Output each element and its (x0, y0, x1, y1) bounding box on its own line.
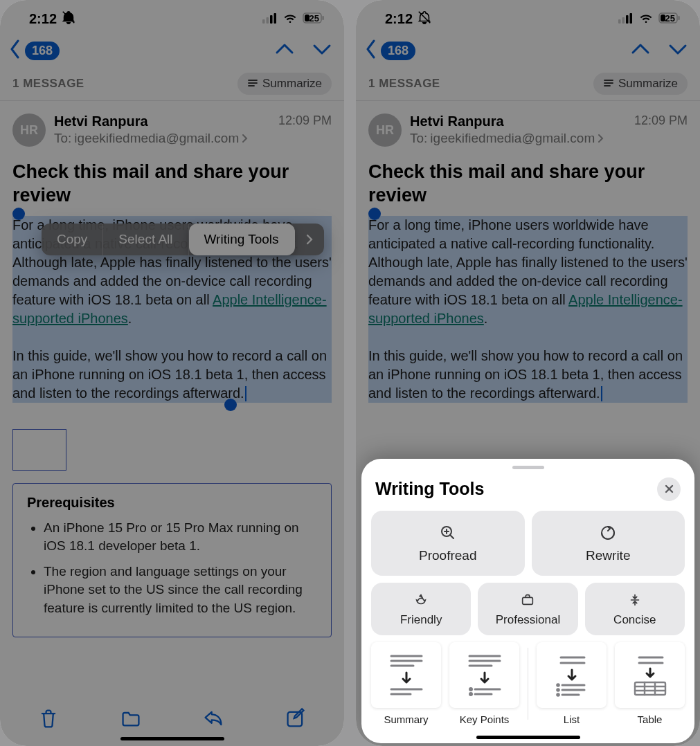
svg-rect-9 (622, 17, 625, 24)
cellular-icon (618, 11, 634, 27)
inbox-count-badge[interactable]: 168 (25, 42, 60, 60)
svg-rect-8 (618, 19, 621, 24)
trash-icon[interactable] (37, 707, 60, 728)
svg-rect-0 (262, 19, 265, 24)
recipient-email: igeekifiedmedia@gmail.com (74, 131, 239, 146)
back-chevron-icon[interactable] (10, 39, 21, 62)
concise-label: Concise (613, 613, 656, 627)
status-bar: 2:12 25 (0, 0, 344, 33)
inbox-count-badge[interactable]: 168 (381, 42, 415, 60)
reply-icon[interactable] (202, 707, 224, 728)
phone-screenshot-left: 2:12 25 168 (0, 0, 344, 746)
summary-label: Summary (384, 713, 428, 725)
back-chevron-icon[interactable] (366, 39, 377, 62)
selection-handle-start[interactable] (368, 208, 381, 220)
recipient-line[interactable]: To: igeekifiedmedia@gmail.com (54, 131, 270, 146)
close-icon (664, 484, 674, 494)
proofread-button[interactable]: Proofread (371, 511, 525, 576)
battery-percent-text: 25 (309, 13, 319, 24)
folder-icon[interactable] (120, 707, 142, 728)
cellular-icon (262, 11, 278, 27)
divider (528, 648, 528, 720)
proofread-label: Proofread (419, 548, 476, 563)
svg-point-28 (469, 693, 472, 695)
phone-screenshot-right: 2:12 25 168 1 MESSAGE Summarize HR (356, 0, 700, 746)
nav-bar: 168 (356, 33, 700, 67)
subject: Check this mail and share your review (356, 155, 700, 212)
ctx-select-all[interactable]: Select All (103, 224, 188, 255)
keypoints-icon (464, 652, 505, 698)
summarize-label: Summarize (262, 77, 322, 91)
table-icon (629, 652, 671, 698)
svg-point-36 (557, 694, 559, 696)
table-button[interactable]: Table (615, 642, 685, 725)
svg-point-34 (557, 689, 559, 691)
text-cursor (601, 386, 602, 401)
nav-bar: 168 (0, 33, 344, 67)
text-cursor (245, 386, 246, 401)
ctx-more-icon[interactable] (295, 224, 324, 255)
summary-icon (386, 652, 427, 698)
context-menu: Copy Select All Writing Tools (42, 224, 324, 255)
avatar[interactable]: HR (368, 113, 402, 147)
to-label: To: (410, 131, 427, 146)
selected-text[interactable]: For a long time, iPhone users worldwide … (368, 216, 688, 403)
email-body[interactable]: For a long time, iPhone users worldwide … (356, 212, 700, 410)
compose-icon[interactable] (285, 707, 307, 728)
recipient-line[interactable]: To: igeekifiedmedia@gmail.com (410, 131, 626, 146)
rewrite-icon (598, 523, 618, 543)
summary-button[interactable]: Summary (371, 642, 441, 725)
sender-name[interactable]: Hetvi Ranpura (410, 113, 626, 129)
list-button[interactable]: List (537, 642, 607, 725)
svg-rect-14 (679, 16, 680, 20)
writing-tools-sheet: Writing Tools Proofread Rewrite Friendly (361, 459, 694, 743)
message-count-label: 1 MESSAGE (12, 77, 84, 91)
professional-icon (520, 592, 535, 608)
summarize-button[interactable]: Summarize (593, 73, 688, 95)
sheet-title: Writing Tools (375, 479, 484, 499)
key-points-button[interactable]: Key Points (449, 642, 519, 725)
summarize-button[interactable]: Summarize (237, 73, 332, 95)
svg-point-26 (469, 689, 472, 691)
svg-point-32 (557, 684, 559, 686)
concise-button[interactable]: Concise (585, 583, 685, 635)
selection-handle-start[interactable] (12, 208, 25, 220)
professional-label: Professional (496, 613, 561, 627)
sheet-grabber[interactable] (512, 466, 544, 469)
proofread-icon (438, 523, 458, 543)
rewrite-button[interactable]: Rewrite (532, 511, 685, 576)
home-indicator[interactable] (476, 736, 580, 739)
to-label: To: (54, 131, 71, 146)
next-message-icon[interactable] (312, 41, 332, 60)
concise-icon (627, 592, 643, 608)
sender-name[interactable]: Hetvi Ranpura (54, 113, 270, 129)
ctx-copy[interactable]: Copy (42, 224, 103, 255)
status-time: 2:12 (29, 11, 57, 27)
prev-message-icon[interactable] (275, 41, 294, 60)
image-placeholder[interactable] (12, 429, 66, 471)
table-label: Table (638, 713, 663, 725)
list-label: List (564, 713, 580, 725)
time-label: 12:09 PM (634, 113, 688, 128)
svg-rect-17 (523, 597, 533, 604)
prereq-item-2: The region and language settings on your… (44, 563, 317, 618)
next-message-icon[interactable] (668, 41, 688, 60)
svg-rect-2 (270, 15, 273, 24)
prev-message-icon[interactable] (631, 41, 650, 60)
ctx-writing-tools[interactable]: Writing Tools (189, 224, 295, 255)
professional-button[interactable]: Professional (478, 583, 577, 635)
avatar[interactable]: HR (12, 113, 46, 147)
rewrite-label: Rewrite (586, 548, 630, 563)
prerequisites-title: Prerequisites (27, 495, 317, 511)
list-icon (551, 652, 593, 698)
message-count-label: 1 MESSAGE (368, 77, 440, 91)
wifi-icon (282, 11, 298, 27)
friendly-button[interactable]: Friendly (371, 583, 471, 635)
dnd-silent-icon (417, 10, 432, 28)
selection-handle-end[interactable] (224, 399, 237, 411)
home-indicator[interactable] (120, 737, 224, 740)
close-button[interactable] (657, 477, 681, 501)
svg-rect-40 (635, 682, 665, 695)
svg-rect-1 (267, 17, 269, 24)
recipient-email: igeekifiedmedia@gmail.com (430, 131, 595, 146)
